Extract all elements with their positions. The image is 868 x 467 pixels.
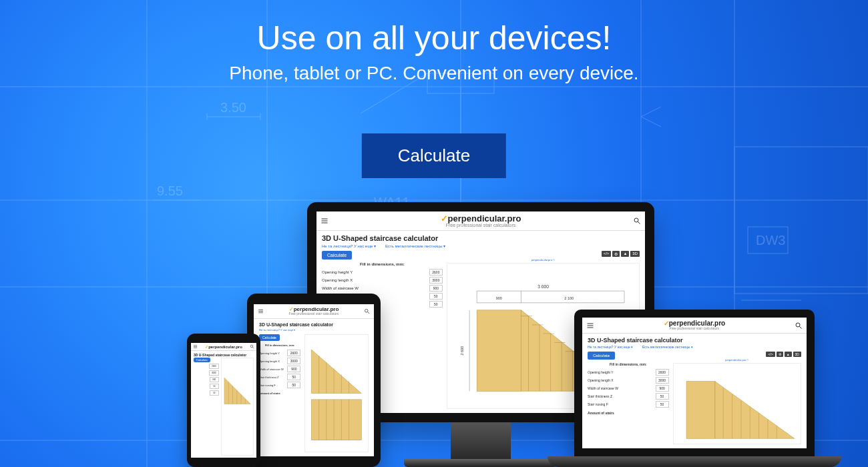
- app-mock-tablet: ✓perpendicular.proFree professional stai…: [254, 304, 374, 456]
- device-phone: ✓perpendicular.pro 3D U-Shaped staircase…: [187, 334, 260, 467]
- svg-line-35: [638, 222, 640, 224]
- tool-settings[interactable]: ⚙: [612, 251, 620, 257]
- svg-line-82: [368, 312, 369, 314]
- device-tablet: ✓perpendicular.proFree professional stai…: [247, 294, 381, 467]
- input-width[interactable]: 900: [429, 285, 443, 292]
- svg-text:3 000: 3 000: [537, 284, 549, 289]
- tool-3d[interactable]: 3D: [630, 251, 640, 257]
- view-toolbar: </> ⚙ ▲ 3D: [447, 251, 640, 257]
- dropdown-link-a[interactable]: Не та лестница? У нас еще ▾: [322, 244, 376, 248]
- input-opening-height[interactable]: 2600: [429, 269, 443, 276]
- svg-point-98: [250, 345, 253, 348]
- input-opening-length[interactable]: 3000: [429, 277, 443, 284]
- svg-text:3.50: 3.50: [220, 100, 246, 115]
- svg-marker-100: [224, 378, 250, 404]
- search-icon[interactable]: [795, 322, 803, 330]
- page-title: 3D U-Shaped staircase calculator: [316, 231, 645, 244]
- hero-banner: 3.50 9.55 WA11 DW3 3.25 Use on all your …: [0, 0, 868, 467]
- svg-rect-69: [686, 382, 715, 439]
- tool-view[interactable]: ▲: [621, 251, 629, 257]
- device-stage: ✓perpendicular.pro Free professional sta…: [0, 187, 868, 467]
- svg-text:2 600: 2 600: [460, 346, 464, 356]
- dropdown-link-b[interactable]: Есть металлические лестницы ▾: [385, 244, 445, 248]
- dimensions-title: Fill in dimensions, mm:: [322, 262, 443, 266]
- input-thickness[interactable]: 50: [429, 293, 443, 300]
- svg-text:2 100: 2 100: [564, 296, 574, 300]
- attribution-link[interactable]: perpendicular.pro ©: [447, 258, 640, 262]
- app-mock-phone: ✓perpendicular.pro 3D U-Shaped staircase…: [191, 343, 256, 458]
- hamburger-icon[interactable]: [258, 308, 264, 314]
- hero-headline: Use on all your devices!: [0, 19, 868, 57]
- svg-marker-70: [714, 382, 794, 439]
- svg-rect-46: [477, 310, 521, 391]
- tool-code[interactable]: </>: [602, 251, 612, 257]
- hamburger-icon[interactable]: [586, 322, 594, 330]
- hero-subhead: Phone, tablet or PC. Convenient on every…: [0, 63, 868, 84]
- svg-point-67: [796, 323, 800, 327]
- inner-calculate-button[interactable]: Calculate: [322, 251, 352, 260]
- search-icon[interactable]: [364, 308, 370, 314]
- hamburger-icon[interactable]: [193, 344, 198, 349]
- svg-point-34: [634, 218, 638, 222]
- search-icon[interactable]: [250, 344, 254, 349]
- search-icon[interactable]: [633, 217, 641, 225]
- hamburger-icon[interactable]: [320, 217, 329, 225]
- svg-line-29: [641, 117, 661, 127]
- device-laptop: ✓perpendicular.proFree professional stai…: [548, 310, 841, 467]
- svg-point-81: [365, 310, 368, 313]
- input-nosing[interactable]: 50: [429, 301, 443, 308]
- svg-text:900: 900: [496, 296, 502, 300]
- svg-line-68: [800, 326, 802, 328]
- svg-line-28: [641, 107, 661, 117]
- app-mock-laptop: ✓perpendicular.proFree professional stai…: [582, 318, 807, 448]
- svg-line-99: [252, 347, 254, 348]
- brand: ✓perpendicular.pro Free professional sta…: [441, 214, 521, 227]
- calculate-button[interactable]: Calculate: [362, 133, 506, 178]
